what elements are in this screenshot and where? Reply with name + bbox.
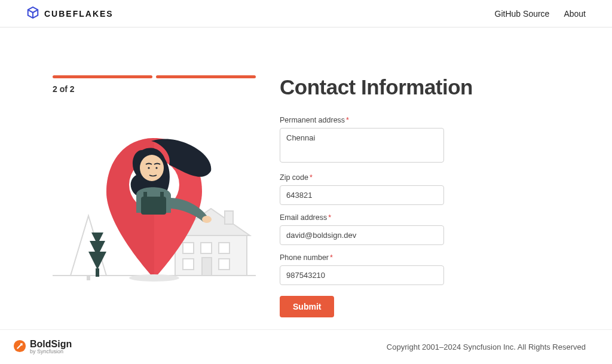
input-address[interactable]: [280, 128, 444, 163]
pine-tree-icon: [88, 233, 106, 277]
input-email[interactable]: [280, 225, 444, 245]
svg-rect-10: [96, 268, 99, 277]
label-email: Email address*: [280, 213, 586, 222]
svg-rect-5: [201, 243, 212, 253]
svg-rect-17: [160, 192, 164, 201]
footer-brand-sub: by Syncfusion: [30, 349, 72, 355]
svg-point-13: [148, 167, 149, 169]
progress-label: 2 of 2: [53, 84, 256, 94]
svg-rect-16: [143, 192, 147, 201]
label-phone: Phone number*: [280, 253, 586, 262]
required-marker: *: [310, 173, 313, 182]
progress-step-2: [156, 75, 256, 78]
label-zip: Zip code*: [280, 173, 586, 182]
footer: BoldSign by Syncfusion Copyright 2001–20…: [0, 329, 612, 364]
nav-github[interactable]: GitHub Source: [495, 9, 550, 19]
brand-name: CUBEFLAKES: [44, 9, 114, 19]
brand[interactable]: CUBEFLAKES: [26, 6, 114, 22]
footer-copyright: Copyright 2001–2024 Syncfusion Inc. All …: [387, 342, 586, 351]
progress-track: [53, 75, 256, 78]
boldsign-logo-icon: [13, 339, 26, 354]
footer-brand-name: BoldSign: [30, 339, 72, 350]
svg-rect-9: [202, 258, 212, 276]
page-title: Contact Information: [280, 75, 586, 99]
svg-point-12: [140, 155, 164, 181]
footer-brand[interactable]: BoldSign by Syncfusion: [13, 339, 72, 355]
svg-rect-3: [225, 211, 233, 224]
location-illustration: [53, 108, 256, 287]
main: 2 of 2: [0, 27, 612, 317]
input-zip[interactable]: [280, 185, 444, 205]
header: CUBEFLAKES GitHub Source About: [0, 0, 612, 27]
required-marker: *: [330, 253, 333, 262]
nav: GitHub Source About: [495, 9, 586, 19]
svg-point-14: [155, 167, 157, 169]
label-address: Permanent address*: [280, 116, 586, 124]
form-column: Contact Information Permanent address* Z…: [280, 75, 586, 317]
field-phone: Phone number*: [280, 253, 586, 285]
svg-point-19: [129, 274, 179, 282]
input-phone[interactable]: [280, 265, 444, 285]
field-zip: Zip code*: [280, 173, 586, 205]
svg-rect-6: [219, 243, 230, 253]
svg-point-18: [202, 216, 212, 223]
svg-rect-8: [219, 259, 230, 270]
svg-rect-4: [183, 243, 194, 253]
field-email: Email address*: [280, 213, 586, 245]
left-column: 2 of 2: [53, 75, 256, 317]
svg-rect-7: [183, 259, 194, 270]
nav-about[interactable]: About: [564, 9, 586, 19]
progress-step-1: [53, 75, 152, 78]
svg-rect-1: [87, 276, 90, 280]
field-address: Permanent address*: [280, 116, 586, 165]
submit-button[interactable]: Submit: [280, 296, 334, 317]
cubeflakes-logo-icon: [26, 6, 39, 22]
required-marker: *: [346, 116, 349, 124]
required-marker: *: [328, 213, 331, 222]
